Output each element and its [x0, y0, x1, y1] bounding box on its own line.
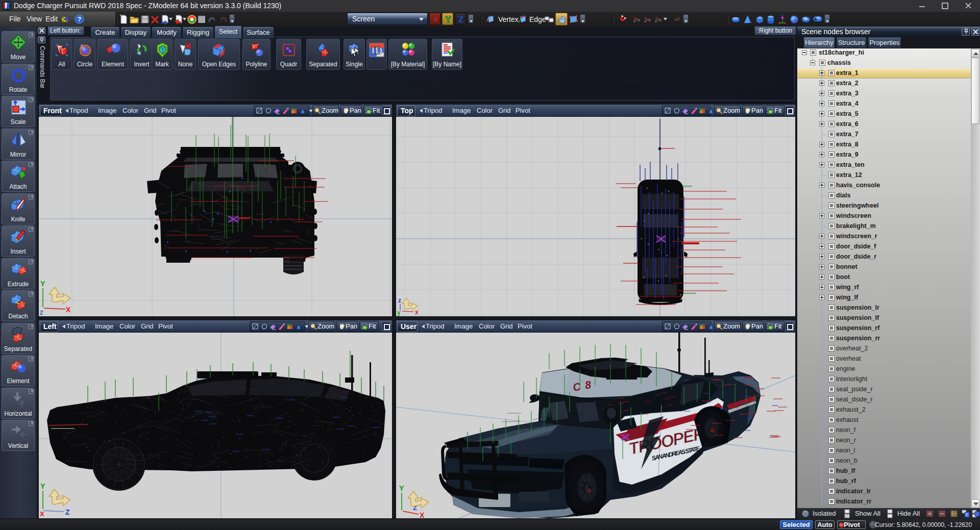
- svg-text:Y: Y: [40, 482, 45, 490]
- svg-text:Y: Y: [399, 484, 404, 492]
- svg-text:x: x: [415, 309, 419, 316]
- svg-text:Z: Z: [40, 310, 43, 316]
- svg-text:Y: Y: [445, 15, 451, 24]
- svg-text:X: X: [432, 15, 438, 24]
- svg-text:X: X: [66, 306, 71, 314]
- svg-text:Z: Z: [65, 508, 70, 516]
- svg-text:X: X: [420, 511, 425, 518]
- svg-text:Z: Z: [458, 15, 463, 24]
- svg-text:X: X: [40, 510, 44, 518]
- svg-text:y: y: [397, 309, 401, 316]
- svg-text:z: z: [398, 297, 401, 304]
- svg-text:?: ?: [78, 15, 82, 23]
- svg-text:ID: ID: [371, 45, 382, 56]
- svg-text:Y: Y: [40, 280, 45, 288]
